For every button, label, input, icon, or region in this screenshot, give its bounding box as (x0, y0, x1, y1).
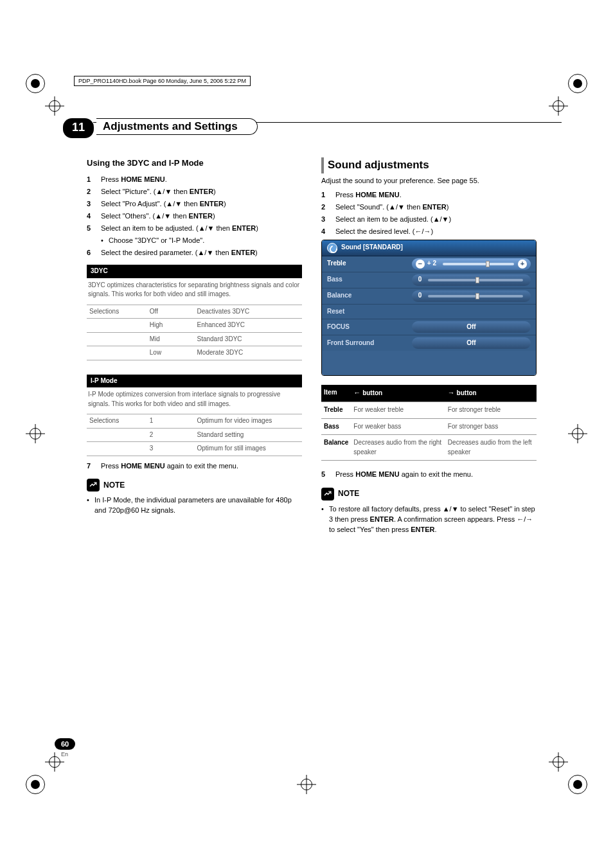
sound-icon (327, 243, 337, 253)
step-text: Press HOME MENU. (101, 175, 302, 185)
step-number: 7 (87, 461, 101, 472)
note-flag-right: NOTE (321, 488, 537, 500)
page-number: 60 (55, 738, 75, 750)
lang-label: En (61, 751, 75, 757)
table-row: MidStandard 3DYC (87, 332, 302, 346)
arrow-up-icon: ▲ (155, 187, 163, 197)
arrow-down-icon: ▼ (164, 211, 171, 222)
slider-control: 0 (412, 274, 531, 286)
arrow-right-icon: → (526, 515, 533, 525)
osd-row: Front SurroundOff (322, 335, 536, 351)
arrow-right-icon: → (424, 227, 431, 237)
osd-title: Sound [STANDARD] (341, 243, 403, 252)
reg-mark-mr-cross (568, 424, 587, 443)
arrow-down-icon: ▼ (398, 202, 405, 213)
osd-empty-area (322, 351, 536, 375)
step-text: Select the desired parameter. (▲/▼ then … (101, 248, 302, 258)
step-text: Select "Picture". (▲/▼ then ENTER) (101, 187, 302, 197)
section-ipmode-desc: I-P Mode optimizes conversion from inter… (87, 387, 302, 414)
step-number: 1 (87, 175, 101, 185)
arrow-up-icon: ▲ (389, 202, 396, 213)
table-row: Selections1Optimum for video images (87, 414, 302, 429)
osd-row-label: Front Surround (322, 336, 412, 351)
table-row: TrebleFor weaker trebleFor stronger treb… (321, 402, 537, 419)
step-text: Select "Others". (▲/▼ then ENTER) (101, 211, 302, 222)
arrow-left-icon: ← (353, 388, 360, 398)
arrow-right-icon: → (448, 388, 455, 398)
chapter-title-pill: Adjustments and Settings (96, 118, 258, 135)
table-3dyc: SelectionsOffDeactivates 3DYCHighEnhance… (87, 305, 302, 360)
step-number: 6 (87, 248, 101, 258)
right-column: Sound adjustments Adjust the sound to yo… (321, 157, 537, 535)
step-number: 5 (87, 224, 101, 234)
step-number: 5 (321, 470, 335, 480)
osd-row: Balance0 (322, 288, 536, 305)
plus-icon: + (518, 260, 527, 269)
slider-value: + 2 (425, 259, 439, 269)
slider-thumb (486, 261, 490, 267)
reg-mark-bottom-center-cross (297, 775, 316, 794)
arrow-down-icon: ▼ (206, 248, 213, 258)
slider-control: –+ 2+ (412, 258, 531, 270)
step-number: 4 (87, 211, 101, 222)
button-effects-table: Item ← button → button TrebleFor weaker … (321, 385, 537, 461)
reg-mark-tl-dot (26, 74, 45, 93)
table-row: 3Optimum for still images (87, 442, 302, 456)
step-number: 3 (321, 215, 335, 225)
reg-mark-ml-cross (26, 424, 45, 443)
right-heading: Sound adjustments (321, 157, 537, 173)
left-steps-list: 1Press HOME MENU.2Select "Picture". (▲/▼… (87, 175, 302, 258)
note-label: NOTE (103, 480, 125, 491)
step-number: 4 (321, 227, 335, 237)
osd-row-label: Balance (322, 288, 412, 303)
chapter-number-badge: 11 (63, 118, 94, 138)
slider-control: 0 (412, 290, 531, 302)
table-row: LowModerate 3DYC (87, 346, 302, 360)
osd-row: FOCUSOff (322, 319, 536, 335)
arrow-up-icon: ▲ (197, 248, 204, 258)
arrow-down-icon: ▼ (208, 224, 215, 234)
table-row: 2Standard setting (87, 428, 302, 442)
step-text: Select an item to be adjusted. (▲/▼ then… (101, 224, 302, 234)
slider-track (428, 279, 523, 281)
reg-mark-br-cross (549, 752, 568, 772)
note-label: NOTE (338, 488, 359, 499)
arrow-down-icon: ▼ (442, 215, 449, 225)
step-number: 1 (321, 190, 335, 200)
note-icon (321, 488, 334, 500)
slider-value: 0 (416, 291, 425, 301)
slider-track (428, 295, 523, 297)
right-intro: Adjust the sound to your preference. See… (321, 176, 537, 186)
arrow-up-icon: ▲ (166, 199, 173, 209)
osd-row: Bass0 (322, 272, 536, 288)
arrow-down-icon: ▼ (452, 504, 459, 515)
right-step-5: 5 Press HOME MENU again to exit the menu… (321, 470, 537, 480)
step-text: Select "Pro Adjust". (▲/▼ then ENTER) (101, 199, 302, 209)
left-heading: Using the 3DYC and I-P Mode (87, 157, 302, 170)
step-number: 2 (321, 202, 335, 213)
right-steps-list: 1Press HOME MENU.2Select "Sound". (▲/▼ t… (321, 190, 537, 237)
osd-sound-panel: Sound [STANDARD] Treble–+ 2+Bass0Balance… (321, 240, 537, 376)
osd-row: Treble–+ 2+ (322, 256, 536, 272)
th-right-btn: → button (445, 385, 537, 402)
section-ipmode-title: I-P Mode (87, 375, 302, 388)
off-pill: Off (412, 337, 531, 349)
slider-track (443, 263, 514, 265)
arrow-up-icon: ▲ (155, 211, 162, 222)
book-meta: PDP_PRO1140HD.book Page 60 Monday, June … (74, 76, 251, 86)
slider-thumb (475, 277, 479, 283)
osd-row-label: Treble (322, 256, 412, 271)
reg-mark-tr-cross (549, 96, 568, 116)
arrow-down-icon: ▼ (164, 187, 172, 197)
step-text: Select the desired level. (←/→) (335, 227, 537, 237)
table-ipmode: Selections1Optimum for video images2Stan… (87, 414, 302, 456)
step-text: Select "Sound". (▲/▼ then ENTER) (335, 202, 537, 213)
arrow-left-icon: ← (517, 515, 524, 525)
step-number: 2 (87, 187, 101, 197)
step-number: 3 (87, 199, 101, 209)
left-column: Using the 3DYC and I-P Mode 1Press HOME … (87, 157, 302, 535)
slider-thumb (475, 293, 479, 299)
arrow-down-icon: ▼ (175, 199, 182, 209)
page-footer: 60 En (55, 738, 75, 757)
th-left-btn: ← button (351, 385, 445, 402)
